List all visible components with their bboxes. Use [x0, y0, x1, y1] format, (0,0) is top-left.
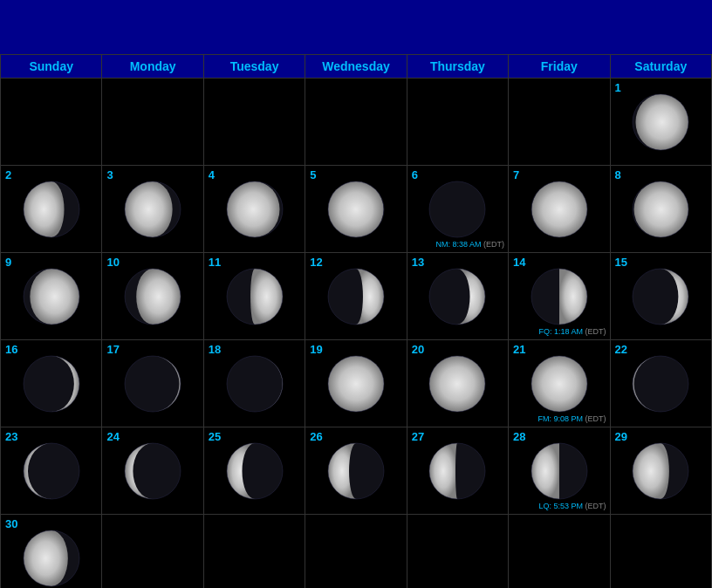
header [0, 0, 712, 54]
moon-event-21: FM: 9:08 PM (EDT) [538, 414, 606, 423]
calendar-cell-38 [305, 515, 407, 589]
day-number-3: 3 [106, 168, 113, 181]
day-number-19: 19 [310, 343, 322, 356]
calendar-cell-10: 5 [305, 166, 407, 253]
calendar-cell-1 [102, 79, 203, 166]
moon-phase-1 [613, 80, 709, 163]
calendar-cell-28: 23 [1, 427, 102, 515]
col-sunday: Sunday [1, 55, 102, 79]
day-number-16: 16 [5, 343, 17, 356]
calendar-cell-15: 10 [102, 253, 203, 340]
moon-phase-2 [3, 168, 99, 250]
day-number-26: 26 [310, 430, 322, 443]
day-number-22: 22 [615, 343, 627, 356]
day-number-8: 8 [615, 168, 621, 181]
moon-event-28: LQ: 5:53 PM (EDT) [539, 502, 606, 510]
moon-phase-5 [307, 168, 404, 250]
calendar-cell-37 [203, 515, 305, 589]
day-number-9: 9 [5, 256, 11, 269]
moon-phase-6 [409, 168, 506, 250]
day-number-17: 17 [106, 343, 119, 356]
day-number-7: 7 [513, 168, 519, 181]
calendar-header-row: Sunday Monday Tuesday Wednesday Thursday… [1, 55, 712, 79]
calendar-cell-17: 12 [305, 253, 407, 340]
calendar-cell-33: 28 LQ: 5:53 PM (EDT) [509, 427, 610, 515]
moon-event-14: FQ: 1:18 AM (EDT) [539, 327, 606, 336]
calendar-cell-19: 14 FQ: 1:18 AM (EDT) [509, 253, 610, 340]
day-number-20: 20 [412, 343, 424, 356]
calendar-cell-21: 16 [1, 340, 102, 427]
calendar-cell-41 [610, 515, 711, 589]
calendar-cell-5 [509, 79, 610, 166]
calendar-cell-11: 6 NM: 8:38 AM (EDT) [407, 166, 508, 253]
calendar-cell-8: 3 [102, 166, 203, 253]
moon-phase-9 [3, 255, 99, 338]
calendar-cell-31: 26 [305, 427, 407, 515]
calendar-cell-30: 25 [203, 427, 305, 515]
calendar-cell-3 [305, 79, 407, 166]
day-number-5: 5 [310, 168, 316, 181]
day-number-14: 14 [513, 256, 525, 269]
calendar-cell-14: 9 [1, 253, 102, 340]
calendar-week-1: 1 [1, 79, 712, 166]
day-number-29: 29 [615, 430, 627, 443]
svg-point-34 [227, 356, 283, 412]
calendar-cell-36 [102, 515, 203, 589]
day-number-23: 23 [5, 430, 17, 443]
moon-phase-8 [613, 168, 709, 250]
day-number-12: 12 [310, 256, 322, 269]
calendar-cell-26: 21 FM: 9:08 PM (EDT) [509, 340, 610, 427]
calendar-cell-39 [407, 515, 508, 589]
col-thursday: Thursday [407, 55, 508, 79]
day-number-1: 1 [615, 81, 621, 94]
calendar-week-5: 23 24 25 [1, 427, 712, 515]
day-number-15: 15 [615, 256, 627, 269]
calendar-week-2: 2 3 4 [1, 166, 712, 253]
moon-event-6: NM: 8:38 AM (EDT) [436, 240, 505, 249]
calendar-cell-40 [509, 515, 610, 589]
calendar-cell-22: 17 [102, 340, 203, 427]
moon-calendar: Sunday Monday Tuesday Wednesday Thursday… [0, 54, 712, 588]
calendar-cell-23: 18 [203, 340, 305, 427]
day-number-13: 13 [412, 256, 424, 269]
day-number-10: 10 [106, 256, 119, 269]
day-number-6: 6 [412, 168, 418, 181]
day-number-18: 18 [209, 343, 221, 356]
col-saturday: Saturday [610, 55, 711, 79]
day-number-2: 2 [5, 168, 11, 181]
col-wednesday: Wednesday [305, 55, 407, 79]
day-number-30: 30 [5, 517, 17, 530]
calendar-cell-12: 7 [509, 166, 610, 253]
calendar-cell-2 [203, 79, 305, 166]
calendar-cell-24: 19 [305, 340, 407, 427]
col-monday: Monday [102, 55, 203, 79]
calendar-cell-18: 13 [407, 253, 508, 340]
calendar-cell-7: 2 [1, 166, 102, 253]
day-number-28: 28 [513, 430, 525, 443]
day-number-25: 25 [209, 430, 221, 443]
day-number-27: 27 [412, 430, 424, 443]
calendar-week-6: 30 [1, 515, 712, 589]
col-friday: Friday [509, 55, 610, 79]
calendar-week-4: 16 17 18 [1, 340, 712, 427]
calendar-cell-4 [407, 79, 508, 166]
calendar-cell-0 [1, 79, 102, 166]
calendar-cell-16: 11 [203, 253, 305, 340]
calendar-cell-32: 27 [407, 427, 508, 515]
day-number-11: 11 [209, 256, 221, 269]
calendar-cell-25: 20 [407, 340, 508, 427]
calendar-cell-27: 22 [610, 340, 711, 427]
calendar-cell-29: 24 [102, 427, 203, 515]
day-number-4: 4 [209, 168, 215, 181]
calendar-cell-34: 29 [610, 427, 711, 515]
col-tuesday: Tuesday [203, 55, 305, 79]
calendar-cell-20: 15 [610, 253, 711, 340]
moon-phase-4 [206, 168, 303, 250]
calendar-cell-9: 4 [203, 166, 305, 253]
calendar-cell-35: 30 [1, 515, 102, 589]
day-number-24: 24 [106, 430, 119, 443]
day-number-21: 21 [513, 343, 525, 356]
calendar-cell-6: 1 [610, 79, 711, 166]
calendar-week-3: 9 10 11 [1, 253, 712, 340]
moon-phase-7 [510, 168, 607, 250]
